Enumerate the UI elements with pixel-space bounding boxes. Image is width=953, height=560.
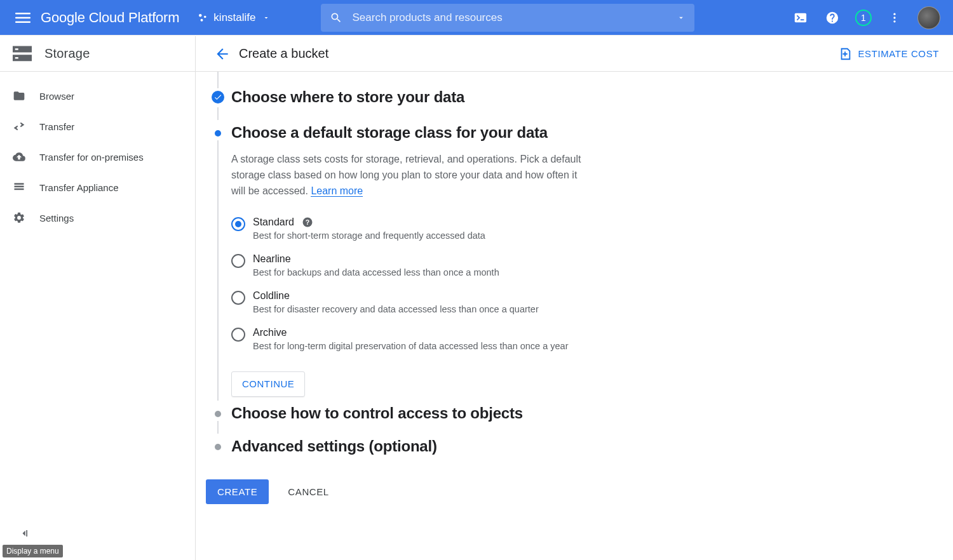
learn-more-link[interactable]: Learn more — [311, 185, 363, 197]
radio-icon — [231, 254, 245, 268]
svg-point-9 — [893, 17, 895, 18]
search-input[interactable] — [353, 11, 677, 24]
svg-point-4 — [204, 15, 206, 18]
radio-coldline[interactable]: Coldline Best for disaster recovery and … — [231, 286, 953, 323]
step-advanced[interactable]: Advanced settings (optional) — [205, 437, 953, 463]
svg-rect-0 — [15, 13, 30, 14]
radio-icon — [231, 217, 245, 231]
nav-label: Transfer for on-premises — [39, 152, 144, 163]
nav-label: Transfer Appliance — [39, 182, 119, 193]
radio-label: Coldline — [253, 290, 539, 302]
transfer-icon — [13, 120, 25, 133]
help-tooltip-icon[interactable]: ? — [302, 217, 313, 228]
estimate-icon — [839, 47, 853, 61]
svg-text:?: ? — [306, 218, 309, 226]
nav-transfer[interactable]: Transfer — [0, 111, 195, 142]
cloud-shell-icon — [794, 11, 808, 25]
search-bar[interactable] — [321, 4, 694, 32]
step-description: A storage class sets costs for storage, … — [231, 152, 593, 199]
nav-label: Transfer — [39, 121, 74, 132]
hamburger-icon — [15, 10, 30, 25]
step-title: Choose where to store your data — [231, 88, 953, 106]
estimate-cost-button[interactable]: ESTIMATE COST — [839, 47, 939, 61]
menu-button[interactable] — [8, 3, 38, 33]
check-icon — [212, 91, 224, 103]
avatar[interactable] — [917, 6, 940, 29]
browser-icon — [13, 90, 25, 102]
radio-label: Archive — [253, 327, 569, 338]
svg-rect-13 — [15, 48, 18, 50]
gcp-logo[interactable]: Google Cloud Platform — [41, 10, 179, 26]
step-location[interactable]: Choose where to store your data — [205, 88, 953, 124]
caret-down-icon — [262, 14, 270, 22]
pending-dot-icon — [215, 411, 221, 417]
step-access-control[interactable]: Choose how to control access to objects — [205, 404, 953, 437]
radio-label: Standard — [253, 217, 294, 228]
collapse-sidebar-button[interactable] — [18, 527, 30, 542]
kebab-icon — [888, 11, 901, 24]
svg-rect-6 — [795, 13, 806, 22]
search-icon — [330, 11, 342, 24]
project-name: kinstalife — [213, 11, 255, 24]
radio-sublabel: Best for backups and data accessed less … — [253, 267, 499, 277]
nav-settings[interactable]: Settings — [0, 203, 195, 233]
nav-transfer-onprem[interactable]: Transfer for on-premises — [0, 142, 195, 172]
svg-rect-18 — [26, 530, 27, 537]
svg-point-8 — [893, 13, 895, 15]
svg-rect-14 — [15, 57, 18, 59]
project-icon — [197, 12, 208, 23]
radio-icon — [231, 291, 245, 305]
pending-dot-icon — [215, 444, 221, 450]
radio-sublabel: Best for long-term digital preservation … — [253, 341, 569, 351]
project-picker[interactable]: kinstalife — [197, 11, 269, 24]
active-dot-icon — [215, 130, 221, 137]
nav-transfer-appliance[interactable]: Transfer Appliance — [0, 172, 195, 203]
svg-rect-1 — [15, 17, 30, 18]
svg-rect-17 — [15, 189, 24, 190]
search-caret-down-icon — [677, 13, 686, 22]
more-actions-button[interactable] — [886, 9, 903, 27]
svg-point-5 — [201, 18, 203, 21]
cancel-button[interactable]: CANCEL — [288, 486, 328, 497]
help-button[interactable] — [823, 9, 841, 27]
nav-label: Browser — [39, 91, 74, 102]
cloud-upload-icon — [13, 150, 25, 163]
step-storage-class: Choose a default storage class for your … — [205, 124, 953, 404]
collapse-icon — [18, 527, 30, 540]
estimate-cost-label: ESTIMATE COST — [858, 48, 939, 59]
help-icon — [825, 11, 839, 25]
step-title: Advanced settings (optional) — [231, 437, 953, 455]
svg-rect-2 — [15, 21, 30, 22]
nav-label: Settings — [39, 213, 74, 223]
svg-point-10 — [893, 20, 895, 22]
radio-sublabel: Best for disaster recovery and data acce… — [253, 304, 539, 314]
radio-sublabel: Best for short-term storage and frequent… — [253, 230, 485, 241]
step-title: Choose a default storage class for your … — [231, 124, 953, 142]
gear-icon — [13, 211, 25, 224]
section-title: Storage — [44, 46, 90, 61]
svg-rect-15 — [15, 183, 24, 185]
continue-button[interactable]: CONTINUE — [231, 371, 305, 397]
notifications-button[interactable]: 1 — [855, 10, 872, 26]
svg-rect-7 — [801, 19, 804, 20]
create-button[interactable]: CREATE — [206, 479, 269, 504]
svg-point-3 — [199, 14, 202, 17]
radio-icon — [231, 328, 245, 342]
svg-rect-16 — [15, 186, 24, 188]
nav-browser[interactable]: Browser — [0, 81, 195, 111]
page-title: Create a bucket — [239, 46, 328, 61]
arrow-back-icon — [214, 46, 231, 62]
appliance-icon — [13, 181, 25, 194]
tooltip: Display a menu — [3, 545, 63, 557]
back-button[interactable] — [210, 41, 235, 67]
step-title: Choose how to control access to objects — [231, 404, 953, 422]
radio-label: Nearline — [253, 253, 499, 265]
cloud-shell-button[interactable] — [792, 9, 809, 27]
radio-nearline[interactable]: Nearline Best for backups and data acces… — [231, 250, 953, 286]
radio-archive[interactable]: Archive Best for long-term digital prese… — [231, 323, 953, 360]
radio-standard[interactable]: Standard ? Best for short-term storage a… — [231, 213, 953, 250]
storage-icon — [13, 46, 32, 62]
